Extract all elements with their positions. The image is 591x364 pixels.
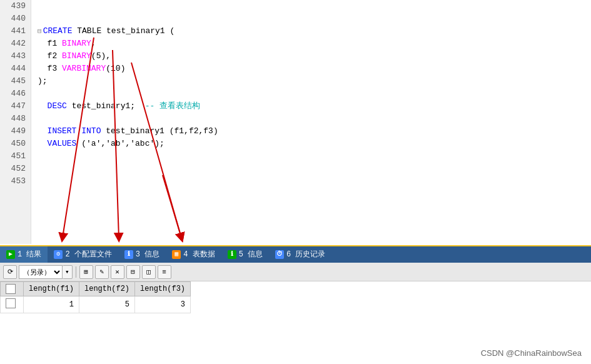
keyword-create: CREATE <box>43 26 73 36</box>
tab-config[interactable]: ⚙ 2 个配置文件 <box>48 246 118 263</box>
tab-tabledata[interactable]: ▦ 4 表数据 <box>166 246 221 263</box>
td-checkbox-cell <box>1 296 24 313</box>
tab-tabledata-icon: ▦ <box>172 250 181 259</box>
line-441: 441 <box>0 25 31 38</box>
code-line-442: f1 BINARY, <box>38 38 585 50</box>
tab-history-icon: ⏱ <box>275 250 284 259</box>
row-checkbox[interactable] <box>6 298 16 308</box>
fold-icon-441[interactable]: ⊟ <box>38 28 42 35</box>
th-length-f1[interactable]: length(f1) <box>24 282 79 296</box>
table-header-row: length(f1) length(f2) length(f3) <box>1 282 191 296</box>
code-line-446 <box>38 88 585 100</box>
th-checkbox <box>1 282 24 296</box>
keyword-into: INTO <box>81 126 101 136</box>
code-line-453 <box>38 175 585 188</box>
tab-result-label: 1 结果 <box>18 246 41 263</box>
keyword-desc: DESC <box>48 101 67 111</box>
comment-447: -- 查看表结构 <box>145 101 200 111</box>
line-440: 440 <box>0 13 31 25</box>
line-439: 439 <box>0 0 31 13</box>
toolbar-divider-1 <box>76 266 76 278</box>
line-452: 452 <box>0 163 31 175</box>
tab-bar[interactable]: ▶ 1 结果 ⚙ 2 个配置文件 ℹ 3 信息 ▦ 4 表数据 ℹ 5 信息 ⏱… <box>0 245 591 263</box>
table-name: test_binary1 <box>106 26 165 36</box>
tab-tabledata-label: 4 表数据 <box>183 246 215 263</box>
code-line-441: ⊟CREATE TABLE test_binary1 ( <box>38 25 585 38</box>
toolbar-grid-btn[interactable]: ◫ <box>142 265 156 279</box>
record-select[interactable]: （另录） <box>19 265 63 279</box>
code-line-451 <box>38 150 585 163</box>
tab-history-label: 6 历史记录 <box>286 246 325 263</box>
code-line-439 <box>38 0 585 13</box>
th-length-f3[interactable]: length(f3) <box>135 282 191 296</box>
td-length-f1-value: 1 <box>69 300 74 309</box>
td-length-f1[interactable]: 1 <box>24 296 79 313</box>
toolbar-list-btn[interactable]: ≡ <box>158 265 171 279</box>
tab-history[interactable]: ⏱ 6 历史记录 <box>269 246 331 263</box>
th-length-f3-label: length(f3) <box>140 285 185 293</box>
th-length-f1-label: length(f1) <box>29 285 74 293</box>
select-dropdown-btn[interactable]: ▾ <box>63 265 73 279</box>
line-449: 449 <box>0 125 31 138</box>
tab-info3-label: 3 信息 <box>136 246 159 263</box>
watermark-text: CSDN @ChinaRainbowSea <box>481 348 582 358</box>
toolbar: ⟳ （另录） ▾ ⊞ ✎ ✕ ⊟ ◫ ≡ <box>0 263 591 281</box>
results-area[interactable]: length(f1) length(f2) length(f3) <box>0 281 591 313</box>
toolbar-delete-btn[interactable]: ✕ <box>111 265 124 279</box>
tab-config-icon: ⚙ <box>54 250 63 259</box>
code-line-452 <box>38 163 585 175</box>
code-line-448 <box>38 113 585 125</box>
line-444: 444 <box>0 63 31 75</box>
header-checkbox[interactable] <box>6 284 16 294</box>
tab-result[interactable]: ▶ 1 结果 <box>0 246 48 263</box>
select-group: （另录） ▾ <box>19 265 73 279</box>
results-table: length(f1) length(f2) length(f3) <box>0 281 191 313</box>
line-451: 451 <box>0 150 31 163</box>
tab-info5[interactable]: ℹ 5 信息 <box>221 246 269 263</box>
code-line-440 <box>38 13 585 25</box>
code-line-450: VALUES ('a','ab','abc'); <box>38 138 585 150</box>
tab-info5-icon: ℹ <box>228 250 236 259</box>
line-445: 445 <box>0 75 31 88</box>
table-row: 1 5 3 <box>1 296 191 313</box>
line-442: 442 <box>0 38 31 50</box>
line-450: 450 <box>0 138 31 150</box>
code-editor: 439 440 441 442 443 444 445 446 447 448 … <box>0 0 591 244</box>
keyword-binary-1: BINARY <box>62 39 91 48</box>
toolbar-edit-btn[interactable]: ✎ <box>95 265 109 279</box>
toolbar-refresh-btn[interactable]: ⟳ <box>3 265 17 279</box>
td-length-f2[interactable]: 5 <box>79 296 135 313</box>
code-line-444: f3 VARBINARY(10) <box>38 63 585 75</box>
line-443: 443 <box>0 50 31 63</box>
td-length-f3-value: 3 <box>181 300 185 309</box>
code-lines[interactable]: ⊟CREATE TABLE test_binary1 ( f1 BINARY, … <box>31 0 591 244</box>
bottom-section: ▶ 1 结果 ⚙ 2 个配置文件 ℹ 3 信息 ▦ 4 表数据 ℹ 5 信息 ⏱… <box>0 245 591 364</box>
line-numbers: 439 440 441 442 443 444 445 446 447 448 … <box>0 0 31 244</box>
line-448: 448 <box>0 113 31 125</box>
toolbar-filter-btn[interactable]: ⊟ <box>126 265 140 279</box>
line-447: 447 <box>0 100 31 113</box>
tab-info3[interactable]: ℹ 3 信息 <box>118 246 166 263</box>
th-length-f2[interactable]: length(f2) <box>79 282 135 296</box>
td-length-f2-value: 5 <box>125 300 129 309</box>
toolbar-add-btn[interactable]: ⊞ <box>79 265 93 279</box>
th-length-f2-label: length(f2) <box>84 285 129 293</box>
code-line-445: ); <box>38 75 585 88</box>
tab-config-label: 2 个配置文件 <box>65 246 111 263</box>
keyword-varbinary: VARBINARY <box>62 64 106 73</box>
line-446: 446 <box>0 88 31 100</box>
code-line-449: INSERT INTO test_binary1 (f1,f2,f3) <box>38 125 585 138</box>
tab-info5-label: 5 信息 <box>239 246 263 263</box>
keyword-binary-2: BINARY <box>62 51 91 61</box>
code-line-447: DESC test_binary1; -- 查看表结构 <box>38 100 585 113</box>
keyword-insert: INSERT <box>48 126 77 136</box>
tab-info3-icon: ℹ <box>124 250 133 259</box>
watermark: CSDN @ChinaRainbowSea <box>481 348 582 358</box>
code-line-443: f2 BINARY(5), <box>38 50 585 63</box>
td-length-f3[interactable]: 3 <box>135 296 191 313</box>
line-453: 453 <box>0 175 31 188</box>
tab-result-icon: ▶ <box>6 250 15 259</box>
keyword-values: VALUES <box>48 139 77 148</box>
